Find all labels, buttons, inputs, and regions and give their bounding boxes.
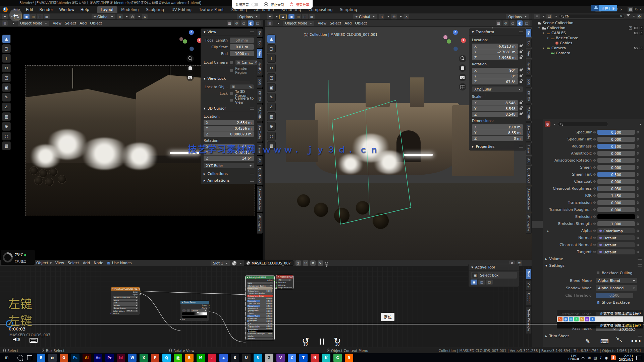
sidebar-tab[interactable]: KIT OP <box>257 88 263 104</box>
animate-dot-icon[interactable] <box>637 216 639 218</box>
animate-dot-icon[interactable] <box>637 201 639 204</box>
menu-node[interactable]: Node <box>94 261 103 265</box>
render-region-checkbox[interactable] <box>230 69 233 72</box>
taskbar-app-icon[interactable]: Q <box>162 354 171 362</box>
zoom-icon[interactable] <box>459 55 466 62</box>
animate-dot-icon[interactable] <box>593 244 596 246</box>
material-property-row[interactable]: Transmission Roughn... 0.000 <box>543 206 644 213</box>
proportional-edit-icon[interactable]: ◎ <box>129 14 135 19</box>
menu-view[interactable]: View <box>53 21 61 25</box>
principled-bsdf-node[interactable]: ▾Principled BSDF BSDF GGX Christensen-Bu… <box>245 276 275 340</box>
input-socket[interactable] <box>245 335 246 337</box>
taskbar-app-icon[interactable]: ◐ <box>48 354 57 362</box>
select-mode-button[interactable]: ▩ <box>44 14 50 19</box>
outliner-row[interactable]: ▾ Camera <box>532 46 644 51</box>
input-socket[interactable] <box>245 333 246 335</box>
snap-icon[interactable]: ∩ <box>117 14 123 19</box>
sidebar-tab[interactable]: Tissu <box>526 142 532 155</box>
properties-tab[interactable] <box>535 191 540 196</box>
bsdf-input-row[interactable]: Sheen Tint0.500 <box>246 315 274 317</box>
material-name-field[interactable]: MASKED CLOUDS_007 <box>244 260 293 266</box>
emoji-icon[interactable]: T <box>590 317 595 321</box>
material-property-row[interactable]: Alpha ColorRamp <box>543 227 644 234</box>
overlays-icon[interactable]: ⊙ <box>234 20 239 26</box>
image-browse-field[interactable]: MASKED CLOUDS✕ <box>113 296 138 298</box>
tool-button[interactable]: ∠ <box>267 103 276 111</box>
input-socket[interactable] <box>275 282 277 283</box>
output-input-row[interactable]: Volume <box>276 284 293 287</box>
property-slider[interactable]: 0.000 <box>597 158 635 163</box>
animate-dot-icon[interactable] <box>637 244 639 246</box>
tool-button[interactable]: ▢ <box>267 44 276 53</box>
gizmo-neg-axis[interactable] <box>179 37 183 41</box>
bsdf-input-row[interactable]: Emission Strength1.000 <box>246 333 274 335</box>
taskbar-app-icon[interactable]: ◈ <box>219 354 228 362</box>
locate-button[interactable]: 定位 <box>381 313 394 321</box>
rotation-field[interactable]: Z67.8° <box>472 79 518 84</box>
material-property-row[interactable]: Anisotropic Rotation 0.000 <box>543 157 644 164</box>
select-mode-button[interactable]: ▣ <box>23 14 30 19</box>
animate-dot-icon[interactable] <box>593 208 596 211</box>
upload-overlay[interactable]: 正在上传 <box>591 5 617 11</box>
material-property-row[interactable]: Clearcoat Roughness 0.030 <box>543 185 644 192</box>
properties-tab[interactable] <box>535 168 540 173</box>
navigation-gizmo[interactable]: Z X <box>443 29 467 53</box>
material-property-row[interactable]: Tangent Default <box>543 248 644 255</box>
clip-end-field[interactable]: 1000 m <box>230 51 254 56</box>
animate-dot-icon[interactable] <box>637 180 639 183</box>
panel-grip[interactable] <box>250 31 254 33</box>
cursor-location-field[interactable]: X-2.654 m <box>204 120 254 125</box>
input-socket[interactable] <box>245 295 246 297</box>
menu-item[interactable]: Help <box>77 6 92 13</box>
sidebar-tab[interactable]: SSG <box>257 76 263 87</box>
taskbar-app-icon[interactable]: K <box>322 354 330 362</box>
properties-search[interactable] <box>558 122 608 126</box>
bsdf-input-row[interactable]: Metallic0.000 <box>246 297 274 300</box>
falloff-icon[interactable]: ∧ <box>142 14 148 19</box>
tool-button[interactable]: ▩ <box>2 141 11 150</box>
material-property-row[interactable]: Roughness 0.500 <box>543 143 644 150</box>
options-button[interactable]: Options <box>237 14 260 19</box>
gizmo-y-axis[interactable] <box>447 39 451 44</box>
node-header[interactable]: ▾Principled BSDF <box>246 276 274 279</box>
menu-add[interactable]: Add <box>344 21 352 25</box>
animate-dot-icon[interactable] <box>637 145 639 147</box>
focal-length-field[interactable]: 50 mm <box>230 38 254 43</box>
cursor-euler-dropdown[interactable]: XYZ Euler <box>204 163 254 168</box>
rotation-mode-dropdown[interactable]: XYZ Euler <box>472 86 523 92</box>
tool-button[interactable]: ↻ <box>267 64 276 72</box>
bsdf-input-row[interactable]: Specular0.500 <box>246 300 274 302</box>
properties-tab[interactable] <box>535 137 540 142</box>
lock-icon[interactable] <box>520 108 522 110</box>
emoji-icon[interactable]: ♪ <box>574 317 579 321</box>
taskbar-app-icon[interactable]: S <box>231 354 239 362</box>
lock-icon[interactable] <box>520 102 522 104</box>
animate-dot-icon[interactable] <box>637 159 639 162</box>
animate-dot-icon[interactable] <box>593 223 596 225</box>
location-field[interactable]: Y-2.7681 m <box>472 49 518 55</box>
gizmo-z-axis[interactable]: Z <box>189 30 194 35</box>
sidebar-tab[interactable]: Vie <box>526 49 532 58</box>
material-sphere-icon[interactable] <box>232 261 236 265</box>
properties-tab[interactable] <box>535 160 540 166</box>
lock-icon[interactable] <box>520 51 522 53</box>
settings-section-header[interactable]: ▾Settings <box>543 262 644 269</box>
input-socket[interactable] <box>245 313 246 314</box>
select-circle-variant-icon[interactable]: ◫ <box>478 280 485 285</box>
tool-button[interactable]: ▣ <box>2 83 11 92</box>
colorramp-node[interactable]: ▾ColorRamp Color Alpha + − Linear Fac <box>180 300 209 321</box>
output-input-row[interactable]: Displacement <box>276 286 293 289</box>
tool-button[interactable]: ▦ <box>2 112 11 121</box>
menu-object[interactable]: Object <box>355 21 367 25</box>
workspace-tab[interactable]: Modeling <box>117 6 142 13</box>
tool-button[interactable]: ▲ <box>267 35 276 43</box>
keyboard-icon[interactable]: ⌨ <box>600 338 609 345</box>
lock-to-object-field[interactable]: ▣✎ <box>230 84 254 89</box>
animate-dot-icon[interactable] <box>593 152 596 155</box>
cpu-temp-tray[interactable]: 73°CCPU温度 <box>569 355 579 361</box>
lock-icon[interactable] <box>520 57 522 59</box>
orientation-dropdown[interactable]: ⌖Global <box>92 14 115 19</box>
property-slider[interactable] <box>597 214 635 219</box>
taskbar-app-icon[interactable]: V <box>276 354 285 362</box>
tool-button[interactable]: ▦ <box>267 112 276 121</box>
